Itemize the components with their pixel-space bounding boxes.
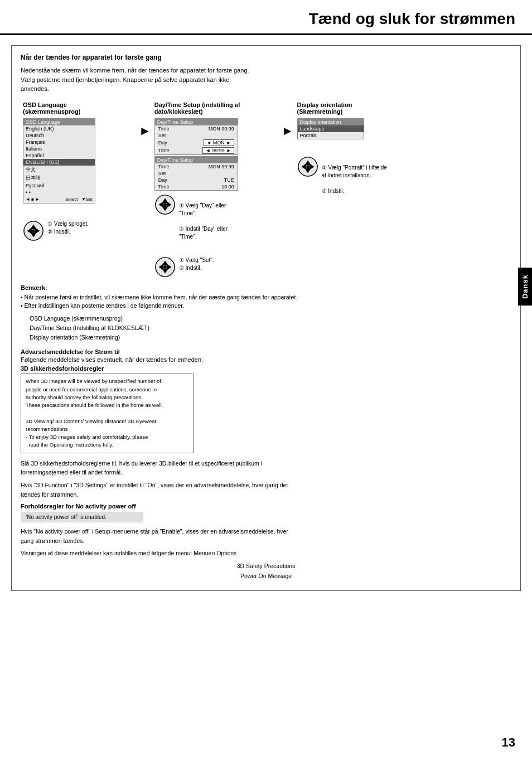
warning-text1: Slå 3D sikkerhedsforholdsreglerne til, h… [21,459,511,478]
note-item-1: Efter indstillingen kan posterne ændres … [21,302,511,311]
note-item-0: Når posterne først er indstillet, vil sk… [21,293,511,302]
osd-box-title: OSD Language [23,119,95,125]
warning-box-3d: When 3D images will be viewed by unspeci… [21,374,194,453]
col1-heading: OSD Language (skærmmenusprog) [23,101,136,115]
col2-step1-text: ① Vælg "Day" eller "Time". [179,202,228,217]
osd-select-label: Select ▼Set [65,197,93,202]
col2-step3-line: ① Vælg "Set". ② Indstil. [154,256,278,278]
osd-item-5[interactable]: ENGLISH (US) [23,159,95,166]
warning-section: Advarselsmeddelelse for Strøm til Følgen… [21,348,511,581]
osd-item-7[interactable]: 日本語 [23,174,95,182]
svg-point-17 [163,265,167,269]
col-datetime: Day/Time Setup (indstilling af dato/klok… [152,101,280,278]
dt-box1-time-val: ◄ 99:99 ► [202,147,234,154]
main-content: Når der tændes for apparatet for første … [11,45,521,591]
disp-box-title: Display orientation [298,119,364,125]
osd-footer: ◄ ■ ► Select ▼Set [23,196,95,203]
arrow-2-3: ► [282,101,294,138]
dt-box1-title: Day/Time Setup [155,119,238,125]
notes-indent-2: Display orientation (Skærmretning) [30,333,511,342]
notes-section: Bemærk: Når posterne først er indstillet… [21,284,511,342]
col3-heading: Display orientation (Skærmretning) [297,101,410,115]
warning-text4: Visningen af disse meddelelser kan indst… [21,549,511,558]
dt-box1-row-time-header: Time MON 99:99 [155,125,238,132]
col1-step2-text: ② Indstil. [47,228,89,236]
notes-title: Bemærk: [21,284,511,291]
svg-point-23 [306,165,309,168]
dt-left-arrow2[interactable]: ◄ [205,148,210,153]
osd-nav-arrows: ◄ ■ ► [26,197,40,202]
disp-box: Display orientation Landscape Portrait [297,118,364,139]
osd-item-3[interactable]: Italiano [23,146,95,152]
col2-step4-text: ② Indstil. [179,264,214,272]
menu-options: 3D Safety Precautions Power On Message [21,561,511,581]
page: Dansk Tænd og sluk for strømmen Når der … [0,0,532,761]
col-display: Display orientation (Skærmretning) Displ… [295,101,412,203]
dt-box2-row-time-header: Time MON 99:99 [155,163,238,170]
osd-item-9[interactable]: • • [23,189,95,196]
col2-steps: ① Vælg "Day" eller "Time". ② Indstil "Da… [154,194,278,278]
osd-box: OSD Language English (UK) Deutsch França… [23,118,95,203]
col1-steps: ① Vælg sproget. ② Indstil. [23,220,136,241]
disp-item-landscape[interactable]: Landscape [298,125,364,132]
col2-heading: Day/Time Setup (indstilling af dato/klok… [154,101,278,115]
dt-box1: Day/Time Setup Time MON 99:99 Set Day ◄ … [154,118,238,155]
osd-item-6[interactable]: 中文 [23,166,95,174]
disp-item-portrait[interactable]: Portrait [298,132,364,139]
dt-box1-row-set: Set [155,132,238,139]
dt-left-arrow1[interactable]: ◄ [206,140,211,146]
arrow-1-2: ► [139,101,151,138]
remote-icon-col1 [23,220,44,241]
section-heading: Når der tændes for apparatet for første … [21,54,511,61]
page-number: 13 [502,735,515,750]
svg-point-11 [163,203,167,206]
osd-item-4[interactable]: Español [23,152,95,159]
notes-indent: OSD Language (skærmmenusprog) Day/Time S… [30,314,511,342]
warning-title: Advarselsmeddelelse for Strøm til [21,348,511,355]
dt-box2-row-time: Time 10:00 [155,183,238,190]
dt-box1-row-day: Day ◄ MON ► [155,139,238,147]
three-columns: OSD Language (skærmmenusprog) OSD Langua… [21,101,511,278]
side-tab: Dansk [518,268,532,306]
dt-right-arrow1[interactable]: ► [226,140,231,146]
svg-point-5 [32,229,35,232]
forholdsregler-title: Forholdsregler for No activity power off [21,503,511,510]
remote-icon-col2b [154,256,176,278]
dt-box1-day-val: ◄ MON ► [204,139,234,146]
osd-item-2[interactable]: Français [23,139,95,146]
col3-steps: ① Vælg "Portrait" i tilfælde af lodret i… [297,156,410,203]
col2-step1-line: ① Vælg "Day" eller "Time". ② Indstil "Da… [154,194,278,249]
osd-item-1[interactable]: Deutsch [23,132,95,139]
dt-box2: Day/Time Setup Time MON 99:99 Set Day TU… [154,156,238,191]
col3-step1-text: ① Vælg "Portrait" i tilfælde af lodret i… [322,164,387,180]
remote-icon-col3 [297,156,318,177]
dt-box2-row-set: Set [155,170,238,177]
osd-item-8[interactable]: Русский [23,182,95,189]
notes-indent-1: Day/Time Setup (Indstilling af KLOKKESLÆ… [30,323,511,333]
col3-step2-text: ② Indstil. [322,187,387,195]
intro-text: Nedenstående skærm vil komme frem, når d… [21,66,511,94]
warning-box-title: 3D sikkerhedsforholdsregler [21,365,511,372]
warning-text3: Hvis "No activity power off" i Setup-men… [21,527,511,546]
col-osd: OSD Language (skærmmenusprog) OSD Langua… [21,101,138,241]
no-activity-box: 'No activity power off' is enabled. [21,512,143,522]
notes-list: Når posterne først er indstillet, vil sk… [21,293,511,311]
remote-icon-col2a [154,194,176,215]
menu-option-0: 3D Safety Precautions [21,561,511,571]
col2-step3-text: ① Vælg "Set". [179,256,214,264]
osd-item-0[interactable]: English (UK) [23,125,95,132]
col2-step2-text: ② Indstil "Day" eller "Time". [179,225,228,241]
dt-right-arrow3[interactable]: ► [226,148,231,153]
dt-box2-title: Day/Time Setup [155,157,238,163]
warning-subtitle: Følgende meddelelse vises eventuelt, når… [21,356,511,363]
col3-step1-line: ① Vælg "Portrait" i tilfælde af lodret i… [297,156,410,203]
dt-box2-row-day: Day TUE [155,177,238,183]
warning-text2: Hvis "3D Function" i "3D Settings" er in… [21,481,511,500]
menu-option-1: Power On Message [21,571,511,581]
dt-box1-row-time: Time ◄ 99:99 ► [155,147,238,154]
notes-indent-0: OSD Language (skærmmenusprog) [30,314,511,323]
col1-step1-text: ① Vælg sproget. [47,220,89,228]
col1-step1-line: ① Vælg sproget. ② Indstil. [23,220,136,241]
page-title: Tænd og sluk for strømmen [0,0,532,35]
